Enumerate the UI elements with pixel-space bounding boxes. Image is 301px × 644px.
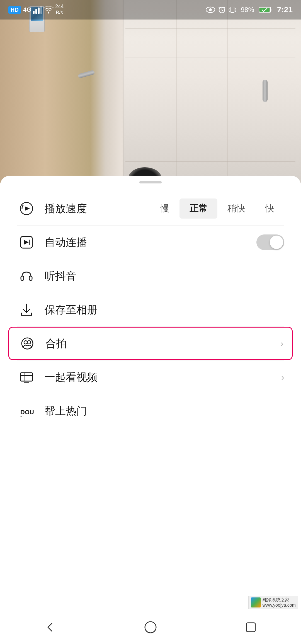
network-type: 4G (23, 6, 31, 13)
svg-rect-3 (40, 6, 42, 14)
help-hot-label: 帮上热门 (45, 404, 284, 418)
back-button[interactable] (39, 616, 61, 638)
speed-slow[interactable]: 慢 (151, 198, 179, 219)
door-panel (123, 0, 301, 190)
recent-button[interactable] (240, 616, 262, 638)
collab-icon (18, 334, 37, 353)
menu-item-collab[interactable]: 合拍 › (8, 327, 293, 360)
status-left: HD 4G 244 B/s (8, 4, 64, 16)
video-area[interactable] (0, 0, 301, 190)
door-line-3 (125, 95, 295, 95)
speed-normal[interactable]: 正常 (179, 198, 217, 219)
eye-icon (206, 6, 215, 13)
door-vline-2 (227, 0, 228, 190)
vibrate-icon (229, 6, 236, 14)
svg-rect-15 (29, 276, 32, 280)
menu-item-save[interactable]: 保存至相册 (0, 293, 301, 326)
battery-icon (259, 6, 273, 13)
bottom-sheet: 播放速度 慢 正常 稍快 快 自动连播 (0, 176, 301, 644)
door-line-2 (125, 57, 295, 57)
recent-icon (244, 621, 258, 634)
headphone-icon (17, 266, 36, 286)
sheet-handle (139, 181, 162, 183)
svg-rect-2 (38, 8, 40, 14)
watermark-text: 纯净系统之家 www.yoojya.com (263, 597, 296, 608)
signal-icon (33, 6, 42, 14)
battery-percent: 98% (241, 6, 254, 14)
hd-badge: HD (8, 6, 21, 14)
wifi-icon (43, 6, 54, 14)
status-bar: HD 4G 244 B/s (0, 0, 301, 20)
watch-together-label: 一起看视频 (45, 370, 281, 384)
time-display: 7:21 (277, 5, 293, 14)
network-icons: 4G 244 B/s (23, 4, 64, 16)
door-scene (0, 0, 301, 190)
menu-item-help-hot[interactable]: DOU + 帮上热门 (0, 394, 301, 428)
door-line-4 (125, 133, 295, 133)
speed-selector[interactable]: 慢 正常 稍快 快 (151, 198, 284, 219)
collab-chevron-icon: › (280, 338, 283, 349)
svg-point-18 (27, 341, 31, 344)
menu-item-listen[interactable]: 听抖音 (0, 259, 301, 293)
toggle-thumb (270, 236, 283, 249)
watermark-logo (251, 597, 261, 607)
auto-play-label: 自动连播 (45, 235, 256, 250)
menu-list: 播放速度 慢 正常 稍快 快 自动连播 (0, 183, 301, 436)
auto-play-icon (17, 233, 36, 252)
menu-item-watch-together[interactable]: 一起看视频 › (0, 360, 301, 394)
svg-text:+: + (20, 415, 22, 418)
menu-item-playback-speed[interactable]: 播放速度 慢 正常 稍快 快 (0, 192, 301, 225)
playback-speed-icon (17, 199, 36, 218)
auto-play-toggle[interactable] (256, 234, 284, 250)
home-button[interactable] (139, 616, 162, 638)
home-icon (144, 621, 157, 634)
watermark-site: 纯净系统之家 (263, 597, 296, 602)
watermark-url: www.yoojya.com (263, 602, 296, 608)
network-speed: 244 B/s (55, 4, 64, 16)
svg-rect-23 (246, 623, 255, 632)
alarm-icon (218, 6, 226, 14)
nav-bar (0, 611, 301, 644)
svg-point-22 (145, 622, 156, 633)
status-icons-group (206, 6, 236, 14)
svg-rect-0 (33, 11, 35, 14)
door-line-1 (125, 28, 295, 29)
svg-rect-14 (21, 276, 24, 280)
speed-fast[interactable]: 快 (255, 198, 284, 219)
door-lines (125, 0, 295, 190)
watch-together-chevron-icon: › (281, 372, 284, 382)
listen-label: 听抖音 (45, 269, 284, 283)
door-vline-1 (176, 0, 177, 190)
menu-item-auto-play[interactable]: 自动连播 (0, 226, 301, 259)
watermark: 纯净系统之家 www.yoojya.com (248, 596, 298, 609)
status-right: 98% 7:21 (206, 5, 293, 14)
svg-point-5 (209, 8, 212, 11)
svg-rect-19 (20, 373, 33, 381)
speed-slightly-fast[interactable]: 稍快 (217, 198, 255, 219)
dou-icon: DOU + (17, 401, 36, 421)
save-icon (17, 300, 36, 319)
collab-label: 合拍 (45, 336, 280, 351)
door-handle-right (263, 80, 268, 102)
svg-text:DOU: DOU (20, 409, 34, 416)
back-icon (43, 621, 57, 634)
svg-rect-1 (35, 9, 37, 14)
playback-speed-label: 播放速度 (45, 202, 151, 216)
svg-rect-7 (231, 7, 234, 13)
door-line-5 (125, 161, 295, 162)
svg-point-12 (25, 207, 28, 210)
svg-point-17 (24, 341, 27, 344)
save-label: 保存至相册 (45, 303, 284, 317)
watermark-box: 纯净系统之家 www.yoojya.com (248, 596, 298, 609)
watch-together-icon (17, 367, 36, 387)
